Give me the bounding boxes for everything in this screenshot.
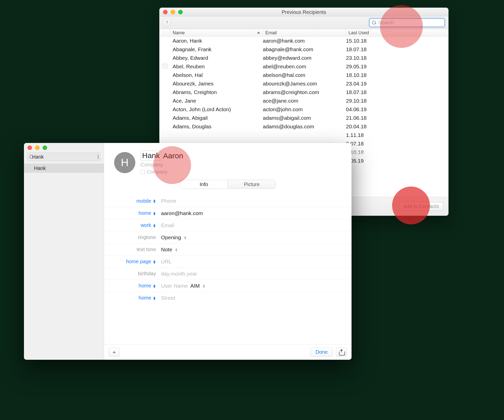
chevron-updown-icon[interactable]: ▲▼: [153, 199, 156, 203]
titlebar[interactable]: Previous Recipients: [160, 8, 448, 16]
close-icon[interactable]: [27, 145, 32, 150]
tab-picture[interactable]: Picture: [228, 180, 275, 189]
chevron-updown-icon[interactable]: ▲▼: [153, 296, 156, 300]
field-value[interactable]: Opening▲▼: [157, 234, 352, 241]
cell-name: Abbey, Edward: [170, 55, 263, 61]
search-input[interactable]: [369, 18, 445, 27]
field-label[interactable]: home▲▼: [104, 283, 157, 289]
table-row[interactable]: Abelson, Halabelson@hal.com18.10.18: [160, 71, 448, 79]
cell-name: Abel, Reuben: [170, 64, 263, 70]
field-label[interactable]: home▲▼: [104, 210, 157, 216]
field-value[interactable]: User NameAIM▲▼: [157, 283, 352, 289]
cell-last: 21.06.18: [346, 115, 446, 121]
table-row[interactable]: Aaron, Hankaaron@hank.com15.10.18: [160, 37, 448, 45]
table-row[interactable]: Ace, Janeace@jane.com29.10.18: [160, 97, 448, 105]
field-value[interactable]: Note▲▼: [157, 247, 352, 253]
card-footer: ＋ Done: [104, 344, 352, 360]
table-row[interactable]: Adams, Douglasadams@douglas.com20.04.18: [160, 122, 448, 131]
contact-status-icon: [160, 64, 170, 70]
cell-name: Ace, Jane: [170, 98, 263, 104]
column-last-used[interactable]: Last Used: [346, 29, 448, 36]
contact-fields: mobile▲▼Phonehome▲▼aaron@hank.comwork▲▼E…: [104, 195, 352, 344]
cell-email: abagnale@frank.com: [263, 46, 346, 52]
table-row[interactable]: Abrams, Creightonabrams@creighton.com18.…: [160, 88, 448, 97]
zoom-icon[interactable]: [43, 145, 47, 150]
info-picture-tabs: Info Picture: [180, 180, 276, 189]
sidebar-item[interactable]: Hank: [24, 164, 104, 173]
cell-last: 04.06.19: [346, 106, 446, 112]
field-row-im: home▲▼User NameAIM▲▼: [104, 280, 352, 292]
sidebar: Hank: [24, 143, 104, 360]
field-value[interactable]: Email: [157, 222, 352, 228]
avatar[interactable]: H: [114, 152, 135, 173]
contact-card: H Hank Aaron Company Company Info Pictur…: [104, 143, 352, 360]
share-button[interactable]: [336, 348, 347, 357]
add-to-contacts-button[interactable]: Add to Contacts: [399, 202, 443, 211]
chevron-updown-icon[interactable]: ▲▼: [202, 284, 206, 288]
column-name[interactable]: Name: [170, 29, 263, 36]
chevron-updown-icon[interactable]: ▲▼: [153, 260, 156, 264]
table-row[interactable]: Adams, Abigailadams@abigail.com21.06.18: [160, 114, 448, 122]
table-row[interactable]: Acton, John (Lord Acton)acton@john.com04…: [160, 105, 448, 114]
clear-search-icon[interactable]: [98, 154, 99, 159]
help-button[interactable]: ?: [163, 19, 171, 26]
zoom-icon[interactable]: [178, 10, 183, 14]
company-checkbox[interactable]: [140, 170, 145, 174]
chevron-updown-icon[interactable]: ▲▼: [153, 211, 156, 215]
table-row[interactable]: 1.11.18: [160, 131, 448, 139]
field-label[interactable]: home page▲▼: [104, 259, 157, 264]
add-field-button[interactable]: ＋: [109, 348, 120, 357]
chevron-updown-icon[interactable]: ▲▼: [183, 235, 187, 239]
last-name-field[interactable]: Aaron: [163, 151, 183, 160]
toolbar: ?: [160, 16, 448, 29]
column-email[interactable]: Email: [263, 29, 346, 36]
tab-info[interactable]: Info: [180, 180, 228, 189]
cell-last: 1.11.18: [346, 132, 446, 138]
minimize-icon[interactable]: [35, 145, 40, 150]
field-value[interactable]: day.month.year: [157, 271, 352, 277]
field-value[interactable]: Street: [157, 295, 352, 301]
sort-ascending-icon: [257, 32, 260, 34]
cell-last: 7.05.19: [346, 158, 446, 164]
company-checkbox-label: Company: [147, 169, 167, 175]
sidebar-search[interactable]: [27, 153, 101, 161]
field-value[interactable]: aaron@hank.com: [157, 210, 352, 216]
cell-email: acton@john.com: [263, 106, 346, 112]
chevron-updown-icon[interactable]: ▲▼: [175, 248, 178, 252]
field-label[interactable]: home▲▼: [104, 295, 157, 301]
cell-name: Abourezk, James: [170, 81, 263, 87]
company-field[interactable]: Company: [140, 162, 183, 168]
chevron-updown-icon[interactable]: ▲▼: [153, 223, 156, 227]
close-icon[interactable]: [163, 10, 168, 14]
sidebar-search-text[interactable]: [32, 154, 96, 160]
cell-last: 8.07.18: [346, 141, 446, 147]
field-row-mobile: mobile▲▼Phone: [104, 195, 352, 207]
traffic-lights: [27, 145, 47, 150]
field-value[interactable]: URL: [157, 259, 352, 265]
cell-email: abrams@creighton.com: [263, 89, 346, 95]
search-text[interactable]: [377, 19, 442, 26]
field-label[interactable]: work▲▼: [104, 222, 157, 228]
field-row-ringtone: ringtoneOpening▲▼: [104, 231, 352, 243]
table-row[interactable]: Abagnale, Frankabagnale@frank.com18.07.1…: [160, 45, 448, 54]
traffic-lights: [163, 10, 183, 14]
table-row[interactable]: Abel, Reubenabel@reuben.com29.05.19: [160, 62, 448, 71]
cell-email: adams@douglas.com: [263, 124, 346, 130]
table-header: Name Email Last Used: [160, 29, 448, 37]
cell-email: abbey@edward.com: [263, 55, 346, 61]
first-name-field[interactable]: Hank: [140, 151, 162, 161]
cell-email: abourezk@James.com: [263, 81, 346, 87]
cell-name: Abelson, Hal: [170, 72, 263, 78]
sidebar-list: Hank: [24, 164, 104, 360]
table-row[interactable]: Abbey, Edwardabbey@edward.com23.10.18: [160, 54, 448, 62]
field-row-address: home▲▼Street: [104, 292, 352, 304]
cell-last: 18.07.18: [346, 46, 446, 52]
table-row[interactable]: Abourezk, Jamesabourezk@James.com23.04.1…: [160, 79, 448, 88]
field-label[interactable]: mobile▲▼: [104, 198, 157, 204]
chevron-updown-icon[interactable]: ▲▼: [153, 284, 156, 288]
field-value[interactable]: Phone: [157, 198, 352, 204]
minimize-icon[interactable]: [171, 10, 175, 14]
done-button[interactable]: Done: [310, 348, 333, 357]
cell-last: 18.10.18: [346, 72, 446, 78]
cell-name: Acton, John (Lord Acton): [170, 106, 263, 112]
